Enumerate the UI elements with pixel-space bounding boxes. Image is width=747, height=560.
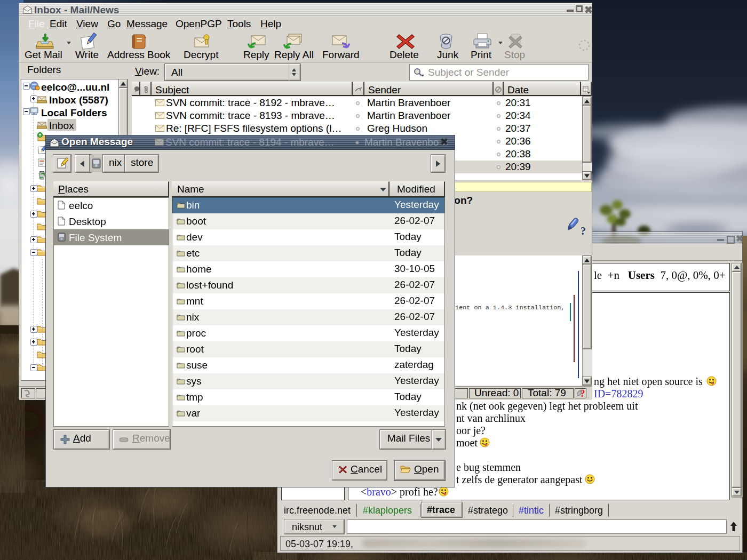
svg-text:?: ? <box>581 225 586 237</box>
